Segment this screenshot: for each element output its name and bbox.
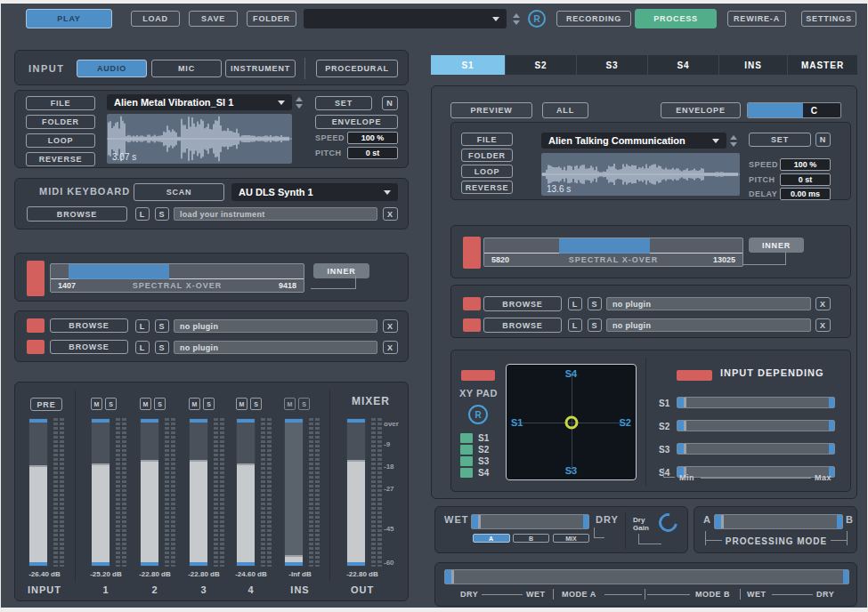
solo-button[interactable]: S xyxy=(588,318,602,332)
procedural-button[interactable]: PROCEDURAL xyxy=(316,60,398,77)
reset-icon[interactable]: R xyxy=(468,405,488,424)
preview-button[interactable]: PREVIEW xyxy=(450,102,532,118)
fader-1[interactable] xyxy=(91,418,110,567)
browse-button[interactable]: BROWSE xyxy=(483,318,562,333)
pitch-value[interactable]: 0 st xyxy=(347,147,398,159)
n-button[interactable]: N xyxy=(382,96,398,110)
fader-out[interactable] xyxy=(346,418,366,567)
reset-icon[interactable]: R xyxy=(528,10,546,28)
source-toggle-s2[interactable] xyxy=(460,445,473,455)
mute-button[interactable]: M xyxy=(284,398,296,410)
xy-cursor[interactable] xyxy=(564,415,578,429)
tab-ins[interactable]: INS xyxy=(719,55,787,75)
source-toggle-s1[interactable] xyxy=(460,433,473,443)
waveform-display[interactable]: 3.07 s xyxy=(107,114,292,164)
sample-select[interactable]: Alien Talking Communication xyxy=(541,133,726,149)
sample-select[interactable]: Alien Metal Vibration_SI 1 xyxy=(107,94,292,110)
mute-button[interactable]: M xyxy=(140,398,151,410)
load-button[interactable]: LOAD xyxy=(131,11,180,27)
plugin-indicator-lamp[interactable] xyxy=(27,318,45,333)
solo-button[interactable]: S xyxy=(154,398,166,410)
set-button[interactable]: SET xyxy=(315,96,372,110)
solo-button[interactable]: S xyxy=(155,319,169,333)
processing-slider[interactable] xyxy=(714,514,843,529)
mute-button[interactable]: M xyxy=(189,398,200,410)
solo-button[interactable]: S xyxy=(155,207,169,221)
xover-indicator-lamp[interactable] xyxy=(27,261,45,296)
dep-slider-s1[interactable] xyxy=(677,397,835,408)
pitch-value[interactable]: 0 st xyxy=(780,173,831,186)
inner-button[interactable]: INNER xyxy=(749,238,804,253)
file-button[interactable]: FILE xyxy=(26,96,95,110)
solo-button[interactable]: S xyxy=(155,341,169,354)
pre-button[interactable]: PRE xyxy=(30,398,62,411)
link-button[interactable]: L xyxy=(135,207,150,221)
reverse-button[interactable]: REVERSE xyxy=(461,181,513,194)
mix-button[interactable]: MIX xyxy=(553,534,589,543)
link-button[interactable]: L xyxy=(135,319,150,333)
xover-range-slider[interactable]: 5820 SPECTRAL X-OVER 13025 xyxy=(483,238,743,267)
envelope-button[interactable]: ENVELOPE xyxy=(661,102,741,118)
clear-button[interactable]: X xyxy=(383,341,398,354)
solo-button[interactable]: S xyxy=(203,398,215,410)
instrument-select[interactable]: AU DLS Synth 1 xyxy=(231,183,398,201)
fader-input[interactable] xyxy=(28,418,48,567)
plugin-slot[interactable]: no plugin xyxy=(606,297,811,310)
all-button[interactable]: ALL xyxy=(542,102,588,118)
dep-slider-s4[interactable] xyxy=(677,466,835,478)
source-toggle-s4[interactable] xyxy=(460,468,473,478)
tab-s3[interactable]: S3 xyxy=(577,55,647,75)
folder-button[interactable]: FOLDER xyxy=(26,115,95,129)
tab-mic[interactable]: MIC xyxy=(151,60,222,77)
preset-stepper[interactable] xyxy=(510,9,523,28)
tab-s1[interactable]: S1 xyxy=(431,55,505,75)
sample-stepper[interactable] xyxy=(728,133,739,149)
dep-slider-s3[interactable] xyxy=(677,443,835,455)
plugin-indicator-lamp[interactable] xyxy=(463,297,481,310)
process-button[interactable]: PROCESS xyxy=(635,9,717,28)
fader-4[interactable] xyxy=(236,418,256,567)
reverse-button[interactable]: REVERSE xyxy=(26,152,95,166)
mute-button[interactable]: M xyxy=(236,398,247,410)
mode-b-button[interactable]: B xyxy=(513,534,549,543)
tab-s4[interactable]: S4 xyxy=(648,55,718,75)
recording-button[interactable]: RECORDING xyxy=(556,11,631,27)
rewire-button[interactable]: REWIRE-A xyxy=(727,11,786,27)
instrument-slot[interactable]: load your instrument xyxy=(174,207,377,221)
fader-ins[interactable] xyxy=(284,418,304,567)
link-button[interactable]: L xyxy=(135,341,150,354)
xover-band[interactable] xyxy=(559,238,650,254)
clear-button[interactable]: X xyxy=(383,207,398,221)
waveform-display[interactable]: 13.6 s xyxy=(541,153,740,196)
link-button[interactable]: L xyxy=(568,318,582,332)
plugin-indicator-lamp[interactable] xyxy=(463,318,481,332)
browse-button[interactable]: BROWSE xyxy=(50,318,128,333)
tab-instrument[interactable]: INSTRUMENT xyxy=(225,60,296,77)
set-button[interactable]: SET xyxy=(749,133,811,147)
mute-button[interactable]: M xyxy=(91,398,102,410)
solo-button[interactable]: S xyxy=(298,398,310,410)
settings-button[interactable]: SETTINGS xyxy=(801,11,856,27)
clear-button[interactable]: X xyxy=(383,319,398,333)
link-button[interactable]: L xyxy=(568,297,582,310)
dry-gain-knob[interactable] xyxy=(655,510,681,536)
morph-slider[interactable] xyxy=(444,569,849,584)
pan-slider[interactable]: C xyxy=(747,102,841,118)
browse-button[interactable]: BROWSE xyxy=(27,206,127,221)
xover-indicator-lamp[interactable] xyxy=(463,237,481,269)
folder-button[interactable]: FOLDER xyxy=(461,149,513,162)
dep-slider-s2[interactable] xyxy=(677,420,835,431)
tab-master[interactable]: MASTER xyxy=(788,55,857,75)
fader-2[interactable] xyxy=(140,418,159,567)
xy-pad[interactable]: S4 S3 S1 S2 xyxy=(506,364,637,480)
wetdry-slider[interactable] xyxy=(471,514,589,529)
browse-button[interactable]: BROWSE xyxy=(483,296,562,311)
solo-button[interactable]: S xyxy=(588,297,602,310)
speed-value[interactable]: 100 % xyxy=(780,158,831,171)
preset-select[interactable] xyxy=(304,9,507,28)
source-toggle-s3[interactable] xyxy=(460,456,473,466)
envelope-button[interactable]: ENVELOPE xyxy=(315,115,398,129)
xover-range-slider[interactable]: 1407 SPECTRAL X-OVER 9418 xyxy=(50,263,304,293)
play-button[interactable]: PLAY xyxy=(26,9,112,28)
fader-3[interactable] xyxy=(189,418,208,567)
